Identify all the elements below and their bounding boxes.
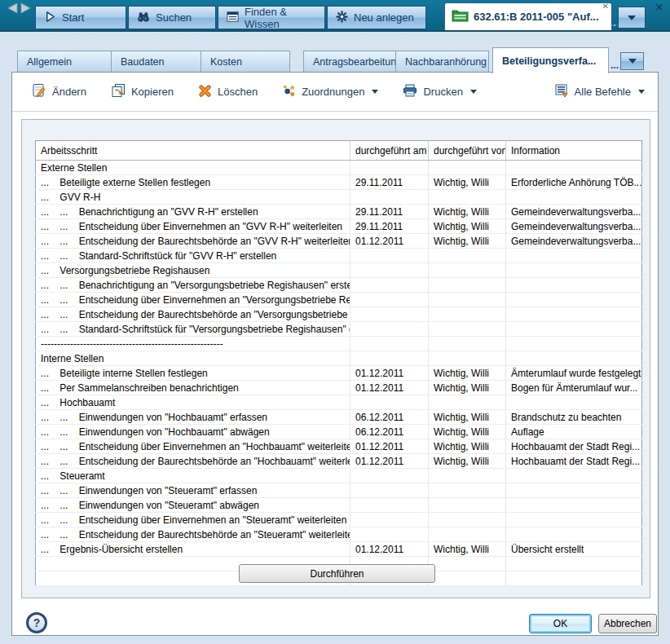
cancel-button[interactable]: Abbrechen	[598, 614, 657, 633]
zuordnungen-command[interactable]: Zuordnungen	[282, 84, 378, 100]
table-row[interactable]: ----------------------------------------…	[36, 337, 642, 351]
tab-antragsbearbeitung[interactable]: Antragsbearbeitung	[303, 51, 396, 73]
tab-kosten[interactable]: Kosten	[201, 51, 290, 73]
info-cell	[506, 498, 642, 513]
document-tab-label: 632.61:B 2011-005 "Auf...	[474, 11, 599, 23]
person-cell	[429, 263, 506, 278]
table-body: Externe Stellen... Beteiligte externe St…	[36, 161, 642, 586]
topbar-dropdown-button[interactable]	[618, 7, 646, 29]
search-button[interactable]: Suchen	[128, 6, 216, 29]
info-cell	[506, 351, 642, 366]
kopieren-command[interactable]: Kopieren	[111, 83, 174, 100]
person-cell	[429, 483, 506, 498]
info-cell	[506, 483, 642, 498]
table-row[interactable]: ... ... Entscheidung über Einvernehmen a…	[36, 513, 642, 527]
info-cell	[506, 469, 642, 483]
help-button[interactable]: ?	[26, 612, 47, 633]
table-row[interactable]: ... ... Einwendungen von "Steueramt" abw…	[36, 498, 642, 513]
table-row[interactable]: ... ... Entscheidung der Baurechtsbehörd…	[36, 527, 642, 542]
document-tab[interactable]: 632.61:B 2011-005 "Auf... ✕	[444, 2, 612, 30]
table-row[interactable]: ... ... Entscheidung der Baurechtsbehörd…	[36, 307, 642, 322]
aendern-command[interactable]: Ändern	[32, 83, 86, 100]
step-cell: ... ... Entscheidung der Baurechtsbehörd…	[36, 307, 350, 322]
table-row[interactable]: Interne Stellen	[36, 351, 642, 366]
info-cell: Hochbauamt der Stadt Regi...	[506, 439, 642, 454]
table-row[interactable]: ... Ergebnis-Übersicht erstellen01.12.20…	[36, 542, 642, 557]
loeschen-command[interactable]: Löschen	[198, 84, 258, 100]
table-row[interactable]: ... ... Entscheidung über Einvernehmen a…	[36, 219, 642, 234]
date-cell	[350, 395, 429, 410]
window-list-icon	[227, 11, 239, 25]
info-cell: Gemeindeverwaltungsverba...	[506, 234, 642, 249]
tab-label: Kosten	[210, 56, 242, 68]
info-cell	[506, 571, 642, 586]
info-cell	[506, 161, 642, 175]
date-cell: 06.12.2011	[350, 425, 429, 439]
table-row[interactable]: ... Beteiligte externe Stellen festlegen…	[36, 175, 642, 190]
nav-back-forward-icons[interactable]	[3, 2, 36, 15]
table-row[interactable]: ... GVV R-H	[36, 190, 642, 205]
column-header-information[interactable]: Information	[506, 141, 642, 161]
table-row[interactable]: ... ... Entscheidung der Baurechtsbehörd…	[36, 234, 642, 249]
person-cell	[429, 161, 506, 175]
info-cell	[506, 337, 642, 351]
tab-beteiligungsverfahren-active[interactable]: Beteiligungsverfa...	[492, 47, 609, 73]
window-close-icon[interactable]: ✕	[655, 1, 664, 14]
date-cell	[350, 498, 429, 513]
person-cell	[429, 469, 506, 483]
drucken-command[interactable]: Drucken	[403, 84, 476, 99]
table-row[interactable]: ... ... Standard-Schriftstück für "Verso…	[36, 322, 642, 337]
table-row[interactable]: ... ... Standard-Schriftstück für "GVV R…	[36, 249, 642, 263]
step-cell: ... Beteiligte externe Stellen festlegen	[36, 175, 350, 190]
ok-button[interactable]: OK	[529, 614, 592, 633]
table-row[interactable]: ... ... Einwendungen von "Hochbauamt" ab…	[36, 425, 642, 439]
date-cell	[350, 351, 429, 366]
alle-befehle-command[interactable]: Alle Befehle	[554, 83, 645, 100]
column-header-durchgefuehrt-von[interactable]: durchgeführt von	[429, 141, 506, 161]
table-row[interactable]: ... ... Entscheidung der Baurechtsbehörd…	[36, 454, 642, 469]
table-row[interactable]: ... Beteiligte interne Stellen festlegen…	[36, 366, 642, 381]
steps-groupbox: Arbeitsschritt durchgeführt am durchgefü…	[21, 119, 650, 598]
copy-icon	[111, 83, 126, 100]
create-new-button[interactable]: Neu anlegen	[327, 6, 426, 29]
table-row[interactable]: ... ... Benachrichtigung an "Versorgungs…	[36, 278, 642, 293]
person-cell	[429, 557, 506, 571]
step-cell: ... ... Entscheidung über Einvernehmen a…	[36, 219, 350, 234]
tabstrip-dropdown-button[interactable]	[620, 52, 644, 70]
table-row[interactable]: ... Steueramt	[36, 469, 642, 483]
table-row[interactable]: ... ... Einwendungen von "Steueramt" erf…	[36, 483, 642, 498]
start-button[interactable]: Start	[35, 6, 126, 29]
tab-baudaten[interactable]: Baudaten	[111, 51, 201, 73]
info-cell: Gemeindeverwaltungsverba...	[506, 205, 642, 219]
tab-allgemein[interactable]: Allgemein	[17, 51, 112, 73]
date-cell	[350, 513, 429, 527]
find-knowledge-button-label: Finden & Wissen	[245, 6, 316, 30]
date-cell	[350, 278, 429, 293]
play-icon	[44, 11, 56, 25]
table-row[interactable]: ... ... Einwendungen von "Hochbauamt" er…	[36, 410, 642, 425]
zuordnungen-label: Zuordnungen	[302, 86, 364, 98]
table-row[interactable]: ... Versorgungsbetriebe Regishausen	[36, 263, 642, 278]
info-cell	[506, 307, 642, 322]
table-row[interactable]: ... Per Sammelanschreiben benachrichtige…	[36, 381, 642, 395]
step-cell: ... ... Einwendungen von "Steueramt" abw…	[36, 498, 350, 513]
table-row[interactable]: Externe Stellen	[36, 161, 642, 175]
steps-table: Arbeitsschritt durchgeführt am durchgefü…	[35, 140, 642, 586]
table-row[interactable]: ... ... Benachrichtigung an "GVV R-H" er…	[36, 205, 642, 219]
date-cell	[350, 161, 429, 175]
column-header-durchgefuehrt-am[interactable]: durchgeführt am	[350, 141, 429, 161]
date-cell	[350, 527, 429, 542]
tab-nachbaranhoerung[interactable]: Nachbaranhörung	[395, 51, 489, 73]
info-cell: Hochbauamt der Stadt Regi...	[506, 454, 642, 469]
date-cell: 01.12.2011	[350, 234, 429, 249]
step-cell: ... Hochbauamt	[36, 395, 350, 410]
table-row[interactable]: ... ... Entscheidung über Einvernehmen a…	[36, 293, 642, 307]
durchfuehren-button[interactable]: Durchführen	[239, 564, 435, 583]
column-header-arbeitsschritt[interactable]: Arbeitsschritt	[36, 141, 350, 161]
table-row[interactable]: ... ... Entscheidung über Einvernehmen a…	[36, 439, 642, 454]
find-knowledge-button[interactable]: Finden & Wissen	[218, 6, 325, 29]
date-cell: 29.11.2011	[350, 175, 429, 190]
document-tab-close-icon[interactable]: ✕	[602, 2, 609, 11]
person-cell	[429, 190, 506, 205]
table-row[interactable]: ... Hochbauamt	[36, 395, 642, 410]
